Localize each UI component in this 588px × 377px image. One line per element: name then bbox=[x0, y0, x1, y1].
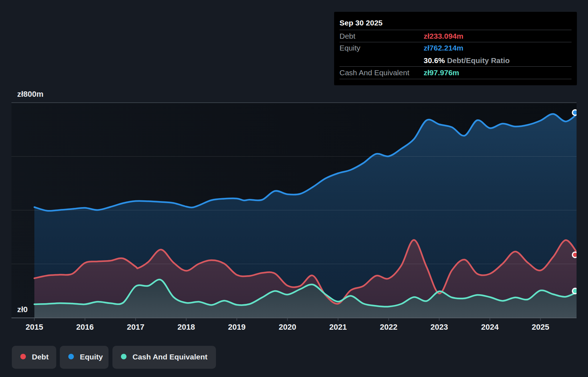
svg-text:Equity: Equity bbox=[339, 44, 361, 52]
svg-text:2017: 2017 bbox=[127, 323, 144, 331]
svg-text:2015: 2015 bbox=[26, 323, 43, 331]
svg-text:Debt: Debt bbox=[32, 353, 49, 361]
svg-text:Cash And Equivalent: Cash And Equivalent bbox=[132, 353, 207, 361]
svg-text:2022: 2022 bbox=[380, 323, 397, 331]
svg-text:2019: 2019 bbox=[228, 323, 246, 331]
svg-text:2016: 2016 bbox=[76, 323, 94, 331]
svg-text:2025: 2025 bbox=[532, 323, 549, 331]
svg-text:30.6% Debt/Equity Ratio: 30.6% Debt/Equity Ratio bbox=[424, 56, 510, 65]
svg-text:Cash And Equivalent: Cash And Equivalent bbox=[339, 68, 409, 77]
svg-text:Debt: Debt bbox=[339, 32, 356, 40]
svg-text:zł0: zł0 bbox=[17, 305, 28, 314]
svg-text:zł800m: zł800m bbox=[17, 90, 43, 99]
svg-text:2021: 2021 bbox=[329, 323, 347, 331]
svg-text:2018: 2018 bbox=[178, 323, 195, 331]
svg-text:2020: 2020 bbox=[279, 323, 296, 331]
svg-text:Sep 30 2025: Sep 30 2025 bbox=[339, 19, 383, 27]
svg-text:2023: 2023 bbox=[430, 323, 448, 331]
svg-text:zł762.214m: zł762.214m bbox=[424, 44, 463, 52]
svg-text:zł233.094m: zł233.094m bbox=[424, 32, 463, 40]
svg-text:Equity: Equity bbox=[80, 353, 103, 361]
svg-text:zł97.976m: zł97.976m bbox=[424, 68, 459, 77]
svg-text:2024: 2024 bbox=[481, 323, 499, 331]
